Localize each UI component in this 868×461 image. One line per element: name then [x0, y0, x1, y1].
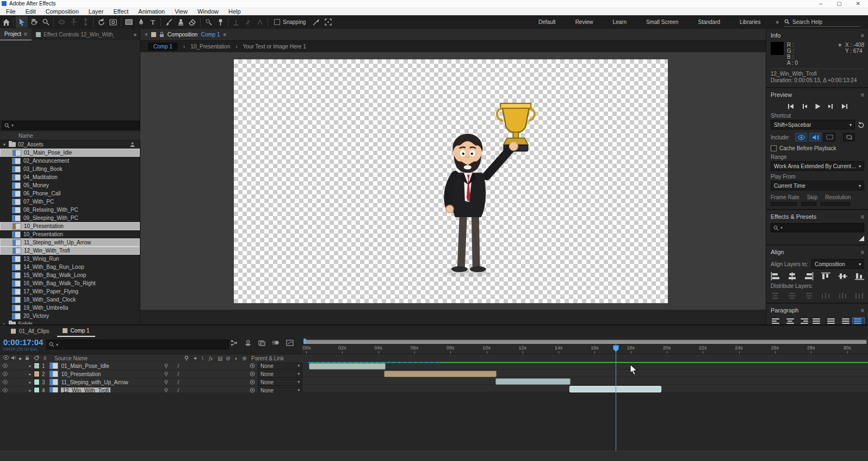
panel-menu-icon[interactable]: ≡	[861, 249, 864, 255]
overlays-icon[interactable]	[823, 133, 835, 142]
panel-menu-icon[interactable]: ≡	[861, 213, 864, 220]
pick-whip-icon[interactable]	[250, 379, 255, 385]
menu-item[interactable]: Animation	[133, 8, 170, 15]
menu-item[interactable]: View	[170, 8, 193, 15]
panel-menu-icon[interactable]: ≡	[861, 307, 864, 314]
video-eye-icon[interactable]	[795, 133, 807, 142]
breadcrumb-presentation[interactable]: 10_Presentation	[190, 44, 230, 50]
distribute-top-icon[interactable]	[771, 292, 780, 299]
timeline-tab[interactable]: Comp 1	[57, 325, 95, 337]
project-item[interactable]: 02_Announcement	[0, 157, 140, 165]
layer-quality-icon[interactable]: /	[177, 371, 179, 377]
layer-eye-icon[interactable]	[2, 364, 8, 368]
project-item[interactable]: 15_With_Bag_Walk_Loop	[0, 271, 140, 279]
hand-tool-icon[interactable]	[28, 16, 40, 28]
playhead-line[interactable]	[616, 344, 616, 451]
layer-label-swatch[interactable]	[34, 379, 40, 385]
frame-blending-icon[interactable]	[258, 340, 265, 346]
composition-mini-flowchart-icon[interactable]	[231, 340, 238, 346]
distribute-left-icon[interactable]	[821, 292, 830, 299]
quality-column-icon[interactable]: \	[202, 355, 203, 361]
layer-shy-icon[interactable]	[164, 363, 169, 368]
axis-mode-local-icon[interactable]	[230, 16, 242, 28]
snapping-toggle[interactable]: Snapping	[274, 19, 306, 25]
help-search-input[interactable]: Search Help	[784, 18, 860, 27]
panel-menu-icon[interactable]: ≡	[861, 91, 864, 98]
composition-tab[interactable]: × Composition Comp 1 ≡	[140, 29, 766, 41]
layer-label-swatch[interactable]	[34, 362, 40, 369]
align-top-icon[interactable]	[821, 272, 830, 280]
layer-duration-bar[interactable]	[384, 371, 497, 377]
orbit-camera-icon[interactable]	[55, 16, 67, 28]
breadcrumb-comp1[interactable]: Comp 1	[148, 42, 178, 51]
project-item[interactable]: 18_With_Sand_Clock	[0, 296, 140, 304]
maximize-button[interactable]: ▢	[836, 0, 841, 7]
align-left-icon[interactable]	[771, 272, 780, 280]
workspace-tab[interactable]: Small Screen	[636, 19, 688, 25]
pan-camera-icon[interactable]	[67, 16, 79, 28]
play-icon[interactable]	[815, 103, 821, 109]
fx-column-icon[interactable]: fx	[209, 355, 213, 361]
project-item[interactable]: 11_Steping_with_Up_Arrow	[0, 238, 140, 247]
timeline-tab[interactable]: 01_All_Clips	[5, 325, 55, 336]
selection-tool-icon[interactable]	[16, 16, 28, 28]
align-bottom-icon[interactable]	[855, 272, 864, 280]
layer-shy-icon[interactable]	[164, 379, 169, 385]
project-item[interactable]: 10_Presentation	[0, 222, 140, 230]
loop-icon[interactable]	[843, 133, 855, 142]
composition-canvas[interactable]	[234, 59, 668, 303]
current-timecode[interactable]: 0:00:17:04	[3, 337, 43, 347]
effects-search-input[interactable]: ▾	[771, 223, 864, 232]
layer-duration-bar[interactable]	[309, 363, 386, 370]
parent-select[interactable]: None▾	[258, 362, 302, 370]
layer-duration-bar[interactable]	[495, 378, 571, 385]
menu-item[interactable]: Help	[224, 8, 246, 15]
project-item[interactable]: 12_Win_With_Trofi	[0, 247, 140, 255]
menu-item[interactable]: Composition	[41, 8, 84, 15]
play-from-select[interactable]: Current Time▾	[771, 181, 864, 190]
range-select[interactable]: Work Area Extended By Current…▾	[771, 161, 864, 171]
next-frame-icon[interactable]	[828, 103, 834, 109]
puppet-pin-icon[interactable]	[214, 16, 226, 28]
last-frame-icon[interactable]	[841, 103, 848, 109]
index-column-header[interactable]: #	[44, 355, 47, 361]
project-item[interactable]: 14_With_Bag_Run_Loop	[0, 263, 140, 271]
minimize-button[interactable]: –	[820, 0, 823, 7]
panel-overflow-icon[interactable]: »	[133, 32, 140, 38]
project-item[interactable]: 04_Maditation	[0, 173, 140, 181]
workspace-tab[interactable]: Libraries	[730, 19, 770, 25]
time-ruler[interactable]: :00s02s04s06s08s10s12s14s16s18s20s22s24s…	[302, 344, 868, 354]
close-tab-icon[interactable]: ×	[145, 32, 148, 38]
tab-effect-controls[interactable]: Effect Controls 12_Win_With_T	[32, 29, 119, 40]
align-v-center-icon[interactable]	[838, 272, 847, 280]
resolution-select[interactable]	[821, 202, 850, 206]
layer-eye-icon[interactable]	[2, 380, 8, 384]
parent-select[interactable]: None▾	[258, 379, 302, 386]
menu-item[interactable]: Effect	[108, 8, 133, 15]
shortcut-select[interactable]: Shift+Spacebar▾	[771, 120, 855, 130]
adjustment-column-icon[interactable]: ◑	[234, 355, 237, 361]
composition-viewer[interactable]: 50%▾ Full▾ +0.0	[140, 52, 766, 310]
time-ruler-zone[interactable]: :00s02s04s06s08s10s12s14s16s18s20s22s24s…	[302, 336, 868, 354]
project-item[interactable]: 09_Sleeping_With_PC	[0, 214, 140, 222]
project-item[interactable]: 08_Relaxing_With_PC	[0, 206, 140, 214]
lock-icon[interactable]	[159, 32, 164, 38]
timeline-search-input[interactable]: ▾	[46, 340, 229, 349]
motion-blur-column-icon[interactable]: ⊘	[226, 355, 230, 361]
skip-select[interactable]	[801, 202, 816, 206]
tab-project[interactable]: Project ≡	[0, 28, 32, 41]
first-frame-icon[interactable]	[788, 103, 794, 109]
brush-tool-icon[interactable]	[163, 16, 175, 28]
close-button[interactable]: ✕	[856, 0, 860, 7]
rotate-tool-icon[interactable]	[95, 16, 107, 28]
snap-edges-icon[interactable]	[310, 16, 322, 28]
clone-stamp-icon[interactable]	[175, 16, 187, 28]
roto-brush-icon[interactable]	[202, 16, 214, 28]
dolly-camera-icon[interactable]	[79, 16, 91, 28]
audio-speaker-icon[interactable]	[809, 133, 821, 142]
menu-item[interactable]: Edit	[21, 8, 41, 15]
distribute-bottom-icon[interactable]	[804, 292, 814, 299]
workspace-tab[interactable]: Review	[566, 19, 603, 25]
snapping-checkbox[interactable]	[274, 19, 280, 25]
draft-3d-icon[interactable]	[244, 340, 252, 346]
